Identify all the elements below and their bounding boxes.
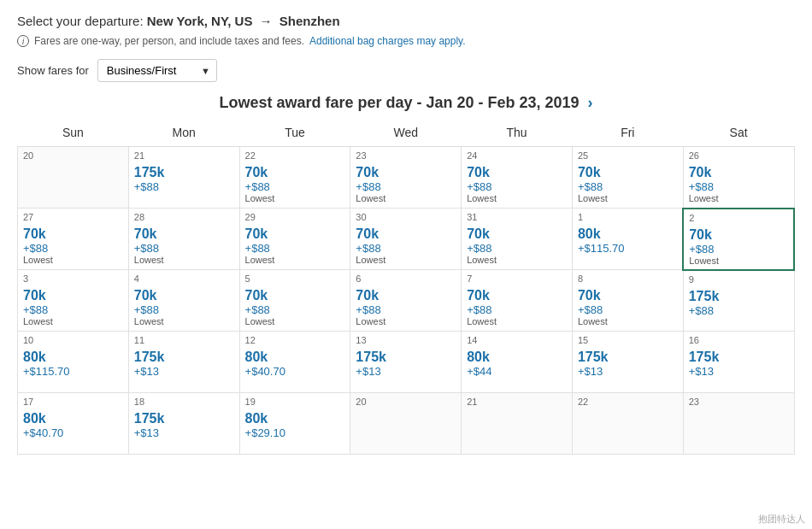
- fare-cash: +$88: [134, 180, 234, 193]
- fare-type-select[interactable]: Business/FirstEconomyFirst: [97, 59, 217, 82]
- calendar-cell[interactable]: 370k+$88Lowest: [18, 270, 129, 332]
- fare-cash: +$88: [467, 180, 567, 193]
- date-number: 29: [245, 212, 345, 222]
- calendar-cell: 21: [462, 393, 573, 455]
- fare-miles: 70k: [467, 287, 567, 303]
- calendar-cell[interactable]: 180k+$115.70: [572, 209, 683, 270]
- fare-miles: 175k: [689, 349, 789, 365]
- fare-miles: 70k: [689, 164, 789, 180]
- calendar-cell[interactable]: 2670k+$88Lowest: [683, 147, 794, 209]
- calendar-cell[interactable]: 21175k+$88: [128, 147, 239, 209]
- calendar-cell[interactable]: 270k+$88Lowest: [683, 209, 794, 270]
- fare-cash: +$88: [467, 303, 567, 316]
- date-number: 24: [467, 150, 567, 161]
- fare-cash: +$88: [134, 303, 234, 316]
- fare-miles: 70k: [467, 164, 567, 180]
- fare-cash: +$40.70: [23, 426, 123, 439]
- fare-lowest-label: Lowest: [134, 316, 234, 326]
- calendar-cell[interactable]: 2770k+$88Lowest: [18, 209, 129, 270]
- calendar-cell[interactable]: 2270k+$88Lowest: [239, 147, 350, 209]
- calendar-cell[interactable]: 2470k+$88Lowest: [462, 147, 573, 209]
- date-number: 23: [356, 150, 456, 161]
- fare-cash: +$115.70: [578, 242, 677, 255]
- date-number: 26: [689, 150, 789, 161]
- calendar-body: 2021175k+$882270k+$88Lowest2370k+$88Lowe…: [18, 147, 795, 455]
- fare-lowest-label: Lowest: [134, 255, 234, 265]
- date-number: 5: [245, 273, 345, 284]
- date-number: 21: [467, 397, 567, 407]
- calendar-cell[interactable]: 2570k+$88Lowest: [572, 147, 683, 209]
- calendar-cell[interactable]: 670k+$88Lowest: [350, 270, 462, 332]
- calendar-cell[interactable]: 570k+$88Lowest: [239, 270, 350, 332]
- day-header-sat: Sat: [683, 122, 794, 147]
- bag-charges-link[interactable]: Additional bag charges may apply.: [309, 35, 466, 47]
- fare-lowest-label: Lowest: [467, 193, 567, 203]
- fare-cash: +$88: [467, 242, 567, 255]
- fare-type-select-wrapper[interactable]: Business/FirstEconomyFirst: [97, 59, 217, 82]
- fare-cash: +$88: [689, 243, 788, 256]
- calendar-cell[interactable]: 11175k+$13: [128, 332, 239, 393]
- calendar-row-2: 370k+$88Lowest470k+$88Lowest570k+$88Lowe…: [18, 270, 795, 332]
- calendar-cell[interactable]: 16175k+$13: [683, 332, 794, 393]
- info-text: Fares are one-way, per person, and inclu…: [34, 35, 304, 47]
- calendar-cell[interactable]: 1980k+$29.10: [239, 393, 350, 455]
- date-number: 23: [689, 397, 789, 407]
- calendar-cell[interactable]: 470k+$88Lowest: [128, 270, 239, 332]
- calendar-table: SunMonTueWedThuFriSat 2021175k+$882270k+…: [17, 122, 795, 455]
- fare-miles: 70k: [689, 226, 788, 243]
- fare-cash: +$88: [689, 180, 789, 193]
- route-from: New York, NY, US: [147, 14, 253, 28]
- calendar-cell[interactable]: 1480k+$44: [462, 332, 573, 393]
- filter-label: Show fares for: [17, 64, 89, 77]
- calendar-nav-next[interactable]: ›: [588, 94, 593, 112]
- calendar-row-3: 1080k+$115.7011175k+$131280k+$40.7013175…: [18, 332, 795, 393]
- info-row: i Fares are one-way, per person, and inc…: [17, 35, 795, 47]
- date-number: 21: [134, 150, 234, 161]
- calendar-cell[interactable]: 1280k+$40.70: [239, 332, 350, 393]
- date-number: 20: [23, 150, 123, 161]
- date-number: 3: [23, 273, 123, 284]
- calendar-cell[interactable]: 2970k+$88Lowest: [239, 209, 350, 270]
- calendar-cell[interactable]: 770k+$88Lowest: [462, 270, 573, 332]
- date-number: 17: [23, 397, 123, 407]
- calendar-cell[interactable]: 3170k+$88Lowest: [462, 209, 573, 270]
- fare-miles: 70k: [245, 226, 345, 242]
- calendar-cell[interactable]: 2870k+$88Lowest: [128, 209, 239, 270]
- fare-miles: 70k: [578, 164, 678, 180]
- calendar-title: Lowest award fare per day - Jan 20 - Feb…: [219, 94, 579, 112]
- date-number: 22: [578, 397, 678, 407]
- fare-cash: +$88: [23, 242, 123, 255]
- calendar-cell[interactable]: 2370k+$88Lowest: [350, 147, 462, 209]
- calendar-row-4: 1780k+$40.7018175k+$131980k+$29.10202122…: [18, 393, 795, 455]
- page-header: Select your departure: New York, NY, US …: [17, 14, 795, 28]
- fare-lowest-label: Lowest: [356, 255, 456, 265]
- fare-miles: 70k: [245, 287, 345, 303]
- calendar-cell[interactable]: 15175k+$13: [572, 332, 683, 393]
- fare-lowest-label: Lowest: [689, 193, 789, 203]
- calendar-cell[interactable]: 18175k+$13: [128, 393, 239, 455]
- fare-miles: 70k: [467, 226, 567, 242]
- calendar-cell[interactable]: 1780k+$40.70: [18, 393, 129, 455]
- calendar-cell[interactable]: 9175k+$88: [683, 270, 794, 332]
- fare-miles: 175k: [134, 349, 234, 365]
- fare-miles: 70k: [23, 287, 123, 303]
- fare-cash: +$13: [578, 365, 678, 378]
- date-number: 18: [134, 397, 234, 407]
- calendar-row-1: 2770k+$88Lowest2870k+$88Lowest2970k+$88L…: [18, 209, 795, 270]
- calendar-cell[interactable]: 1080k+$115.70: [18, 332, 129, 393]
- fare-miles: 80k: [467, 349, 567, 365]
- calendar-cell[interactable]: 870k+$88Lowest: [572, 270, 683, 332]
- watermark: 抱团特达人: [758, 513, 805, 526]
- fare-cash: +$29.10: [245, 426, 345, 439]
- calendar-cell[interactable]: 13175k+$13: [350, 332, 462, 393]
- day-header-wed: Wed: [350, 122, 462, 147]
- fare-miles: 80k: [578, 226, 677, 242]
- fare-lowest-label: Lowest: [578, 316, 678, 326]
- fare-cash: +$88: [578, 303, 678, 316]
- calendar-cell[interactable]: 3070k+$88Lowest: [350, 209, 462, 270]
- fare-miles: 175k: [578, 349, 678, 365]
- date-number: 15: [578, 335, 678, 345]
- fare-cash: +$88: [689, 304, 789, 317]
- fare-miles: 70k: [245, 164, 345, 180]
- date-number: 25: [578, 150, 678, 161]
